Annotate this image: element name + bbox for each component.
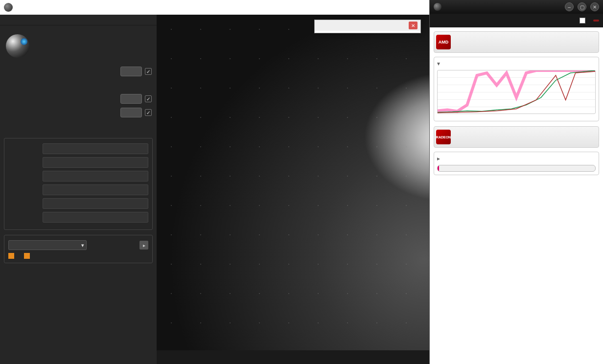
sys-cb-val [43, 184, 148, 195]
cpu-popup[interactable]: ✕ [314, 20, 421, 33]
chevron-right-icon[interactable]: ▸ [437, 155, 440, 162]
record-button[interactable] [593, 20, 599, 22]
chevron-down-icon[interactable]: ▾ [437, 60, 440, 67]
sys-processor-val [43, 143, 148, 154]
logo-sphere-icon [6, 34, 29, 58]
amd-app-icon [434, 3, 441, 11]
col-clock [341, 31, 368, 33]
cpu-usage-chart [437, 70, 596, 114]
amd-close-button[interactable]: ✕ [590, 2, 599, 11]
amd-titlebar[interactable]: – ▢ ✕ [430, 0, 603, 14]
col-ratio [394, 31, 420, 33]
sys-info-val[interactable] [43, 212, 148, 223]
amd-gpu-details: ▸ [434, 152, 599, 175]
sys-os-val [43, 171, 148, 182]
single-check[interactable]: ✓ [145, 109, 152, 116]
amd-minimize-button[interactable]: – [565, 2, 574, 11]
col-core [315, 31, 341, 33]
amd-cpu-details: ▾ [434, 57, 599, 121]
ranking-select[interactable]: ▾ [8, 240, 87, 250]
col-mhz [368, 31, 394, 33]
run-single-button[interactable] [120, 108, 142, 117]
opengl-check[interactable]: ✓ [145, 68, 152, 75]
chevron-down-icon: ▾ [81, 242, 84, 249]
logo-area [0, 25, 157, 65]
app-icon [4, 3, 13, 12]
menubar [0, 15, 157, 25]
amd-system-monitor: – ▢ ✕ AMD ▾ [429, 0, 603, 364]
sys-cores-val [43, 157, 148, 168]
always-on-top-checkbox[interactable] [580, 18, 585, 23]
ranking-legend [8, 253, 148, 259]
your-system-group [4, 138, 153, 230]
amd-badge-icon: AMD [436, 35, 451, 49]
ranking-group: ▾ ▸ [4, 235, 153, 263]
dual-graphics-link[interactable] [434, 180, 599, 184]
ranking-go-button[interactable]: ▸ [139, 241, 148, 250]
cpu-popup-close-button[interactable]: ✕ [409, 22, 417, 29]
run-cpu-button[interactable] [120, 94, 142, 104]
your-score-swatch [8, 253, 14, 259]
amd-maximize-button[interactable]: ▢ [578, 2, 586, 11]
amd-cpu-header: AMD [434, 31, 599, 53]
radeon-badge-icon: RADEON [436, 130, 451, 144]
left-panel: ✓ ✓ ✓ [0, 15, 157, 364]
footer [0, 350, 157, 364]
sys-gfx-val [43, 198, 148, 209]
run-opengl-button[interactable] [120, 67, 142, 76]
gpu-bar [437, 165, 596, 172]
cpu-check[interactable]: ✓ [145, 95, 152, 102]
amd-gpu-header: RADEON [434, 126, 599, 148]
identical-swatch [24, 253, 30, 259]
